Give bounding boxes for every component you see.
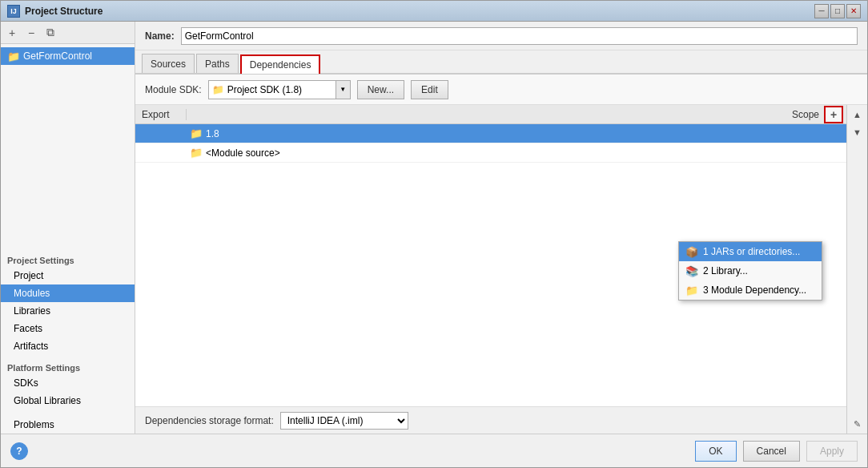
- sdk-folder-icon: 📁: [212, 84, 224, 95]
- tree-item-getformcontrol[interactable]: 📁 GetFormControl: [1, 47, 135, 65]
- table-row[interactable]: 📁 1.8: [135, 124, 846, 143]
- sidebar-tree: 📁 GetFormControl: [1, 44, 135, 248]
- cancel-button[interactable]: Cancel: [743, 441, 800, 462]
- dependency-area: Export Scope + 📁: [135, 105, 867, 434]
- tab-paths[interactable]: Paths: [196, 54, 239, 73]
- sdk-select[interactable]: 📁 Project SDK (1.8): [208, 80, 336, 99]
- sidebar-item-facets[interactable]: Facets: [1, 320, 135, 337]
- window-controls: ─ □ ✕: [814, 4, 861, 18]
- storage-label: Dependencies storage format:: [145, 415, 274, 426]
- library-icon: 📚: [685, 265, 698, 277]
- sidebar-item-problems[interactable]: Problems: [1, 416, 135, 434]
- tabs-row: Sources Paths Dependencies: [135, 50, 867, 75]
- sidebar-item-project[interactable]: Project: [1, 267, 135, 284]
- name-label: Name:: [145, 30, 175, 42]
- dep-row-icon-2: 📁: [190, 147, 203, 159]
- storage-format-row: Dependencies storage format: IntelliJ ID…: [135, 406, 846, 434]
- project-settings-header: Project Settings: [1, 252, 135, 267]
- name-row: Name:: [135, 22, 867, 50]
- sidebar-item-artifacts[interactable]: Artifacts: [1, 337, 135, 355]
- dependency-table: Export Scope + 📁: [135, 105, 846, 434]
- sidebar-copy-button[interactable]: ⧉: [42, 25, 58, 41]
- dep-add-button[interactable]: +: [824, 106, 843, 123]
- sdk-row: Module SDK: 📁 Project SDK (1.8) ▼ New...…: [135, 75, 867, 105]
- sdk-value: Project SDK (1.8): [227, 84, 302, 95]
- tab-dependencies[interactable]: Dependencies: [240, 54, 321, 74]
- project-structure-window: IJ Project Structure ─ □ ✕ + − ⧉ 📁 GetFo…: [0, 0, 868, 468]
- sidebar-item-libraries[interactable]: Libraries: [1, 302, 135, 320]
- col-export-header: Export: [139, 109, 187, 120]
- sidebar-item-global-libraries[interactable]: Global Libraries: [1, 392, 135, 410]
- right-tools: ▲ ▼ ✎: [846, 105, 867, 434]
- sidebar-item-modules[interactable]: Modules: [1, 284, 135, 302]
- dropdown-item-module-dep[interactable]: 📁 3 Module Dependency...: [679, 280, 822, 300]
- problems-section: Problems: [1, 416, 135, 434]
- platform-settings-section: Platform Settings SDKs Global Libraries: [1, 355, 135, 410]
- sdk-dropdown-button[interactable]: ▼: [336, 80, 351, 99]
- minimize-button[interactable]: ─: [814, 4, 829, 18]
- sidebar-add-button[interactable]: +: [4, 25, 20, 41]
- main-area: Module SDK: 📁 Project SDK (1.8) ▼ New...…: [135, 75, 867, 434]
- jars-icon: 📦: [685, 246, 698, 258]
- sdk-label: Module SDK:: [145, 84, 202, 95]
- module-dep-icon: 📁: [685, 284, 698, 297]
- window-title: Project Structure: [25, 6, 814, 17]
- apply-button[interactable]: Apply: [806, 441, 858, 462]
- help-button[interactable]: ?: [10, 442, 28, 460]
- tab-sources[interactable]: Sources: [142, 54, 195, 73]
- title-bar: IJ Project Structure ─ □ ✕: [1, 1, 867, 22]
- window-body: + − ⧉ 📁 GetFormControl Project Settings …: [1, 22, 867, 434]
- sdk-edit-button[interactable]: Edit: [411, 80, 448, 99]
- ok-button[interactable]: OK: [695, 441, 736, 462]
- project-settings-section: Project Settings Project Modules Librari…: [1, 248, 135, 355]
- scroll-down-button[interactable]: ▼: [850, 124, 866, 140]
- action-bar: ? OK Cancel Apply: [1, 434, 867, 467]
- folder-icon: 📁: [7, 50, 20, 63]
- dep-row-icon-1: 📁: [190, 127, 203, 139]
- edit-tool-button[interactable]: ✎: [850, 416, 866, 432]
- platform-settings-header: Platform Settings: [1, 360, 135, 374]
- dep-cell-name-1: 📁 1.8: [187, 127, 779, 139]
- dropdown-item-jars[interactable]: 📦 1 JARs or directories...: [679, 242, 822, 261]
- dropdown-item-library[interactable]: 📚 2 Library...: [679, 261, 822, 280]
- main-content: Name: Sources Paths Dependencies M: [135, 22, 867, 434]
- close-button[interactable]: ✕: [846, 4, 861, 18]
- scroll-up-button[interactable]: ▲: [850, 107, 866, 123]
- sidebar: + − ⧉ 📁 GetFormControl Project Settings …: [1, 22, 135, 434]
- col-scope-header: Scope: [758, 109, 822, 120]
- sidebar-item-sdks[interactable]: SDKs: [1, 374, 135, 392]
- tree-item-label: GetFormControl: [23, 50, 92, 62]
- name-input[interactable]: [181, 27, 858, 45]
- storage-select[interactable]: IntelliJ IDEA (.iml) Eclipse (.classpath…: [280, 412, 408, 430]
- maximize-button[interactable]: □: [830, 4, 845, 18]
- table-row[interactable]: 📁 <Module source>: [135, 143, 846, 163]
- window-icon: IJ: [7, 5, 20, 18]
- dep-table-header: Export Scope +: [135, 105, 846, 124]
- dep-cell-name-2: 📁 <Module source>: [187, 147, 779, 159]
- sidebar-toolbar: + − ⧉: [1, 22, 135, 44]
- sidebar-remove-button[interactable]: −: [23, 25, 39, 41]
- add-dropdown-menu: 📦 1 JARs or directories... 📚 2 Library..…: [678, 241, 822, 301]
- sdk-new-button[interactable]: New...: [357, 80, 404, 99]
